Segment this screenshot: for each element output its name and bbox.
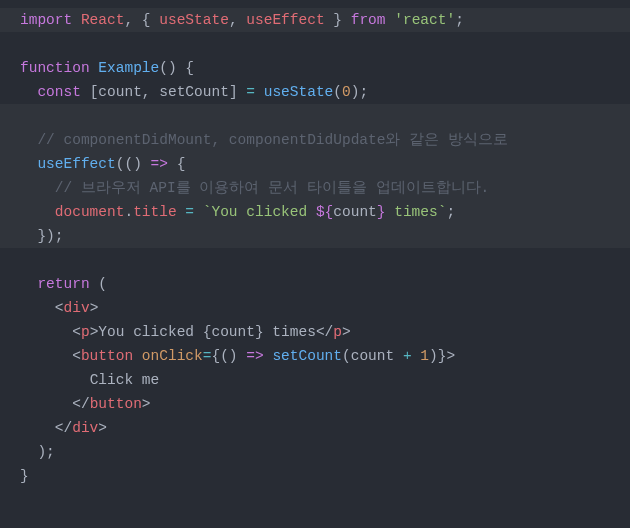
token-keyword: return (37, 276, 89, 292)
token-punct: } (333, 12, 342, 28)
token-arrow: => (246, 348, 263, 364)
token-punct: , (124, 12, 133, 28)
token-operator: = (185, 204, 194, 220)
token-jsx-tag: p (81, 324, 90, 340)
token-var: setCount (159, 84, 229, 100)
token-operator: = (246, 84, 255, 100)
token-var: count (333, 204, 377, 220)
token-punct: { (185, 60, 194, 76)
token-object: document (55, 204, 125, 220)
token-punct: { (177, 156, 186, 172)
token-function: Example (98, 60, 159, 76)
token-punct: . (124, 204, 133, 220)
token-punct: > (446, 348, 455, 364)
token-keyword: from (351, 12, 386, 28)
token-keyword: function (20, 60, 90, 76)
token-punct: }); (37, 228, 63, 244)
token-punct: < (72, 324, 81, 340)
token-punct: </ (72, 396, 89, 412)
token-comment: // componentDidMount, componentDidUpdate… (37, 132, 507, 148)
token-punct: ; (359, 84, 368, 100)
token-jsx-tag: button (81, 348, 133, 364)
token-keyword: import (20, 12, 72, 28)
token-punct: > (342, 324, 351, 340)
token-function: useState (264, 84, 334, 100)
token-string: You clicked (211, 204, 315, 220)
token-punct: () (220, 348, 237, 364)
token-number: 1 (420, 348, 429, 364)
token-operator: + (403, 348, 412, 364)
token-punct: </ (55, 420, 72, 436)
token-punct: > (98, 420, 107, 436)
token-jsx-attr: onClick (142, 348, 203, 364)
token-punct: () (159, 60, 176, 76)
token-jsx-tag: p (333, 324, 342, 340)
token-interp: } (377, 204, 386, 220)
token-function: useEffect (37, 156, 115, 172)
token-punct: ( (333, 84, 342, 100)
token-punct: () (124, 156, 141, 172)
token-punct: ) (429, 348, 438, 364)
token-number: 0 (342, 84, 351, 100)
token-comment: // 브라우저 API를 이용하여 문서 타이틀을 업데이트합니다. (55, 180, 489, 196)
token-punct: ] (229, 84, 238, 100)
token-punct: { (211, 348, 220, 364)
token-punct: , (142, 84, 151, 100)
token-punct: ); (37, 444, 54, 460)
code-line-highlight: import React, { useState, useEffect } fr… (0, 8, 630, 32)
token-text: times (264, 324, 316, 340)
token-punct: </ (316, 324, 333, 340)
token-punct: ; (455, 12, 464, 28)
token-string: 'react' (394, 12, 455, 28)
token-punct: < (72, 348, 81, 364)
token-module: React (81, 12, 125, 28)
token-var: count (351, 348, 395, 364)
token-punct: ( (342, 348, 351, 364)
token-var: count (98, 84, 142, 100)
token-punct: > (90, 300, 99, 316)
token-jsx-tag: button (90, 396, 142, 412)
token-punct: , (229, 12, 238, 28)
token-import: useEffect (246, 12, 324, 28)
token-text: You clicked (98, 324, 202, 340)
token-text: Click me (90, 372, 160, 388)
token-punct: > (142, 396, 151, 412)
token-punct: } (20, 468, 29, 484)
token-punct: } (255, 324, 264, 340)
token-function: setCount (272, 348, 342, 364)
token-keyword: const (37, 84, 81, 100)
token-punct: ( (98, 276, 107, 292)
token-punct: { (142, 12, 151, 28)
token-import: useState (159, 12, 229, 28)
code-line-highlight: // componentDidMount, componentDidUpdate… (0, 104, 630, 248)
token-jsx-tag: div (64, 300, 90, 316)
code-block: import React, { useState, useEffect } fr… (0, 8, 630, 488)
token-interp: ${ (316, 204, 333, 220)
token-string: times (386, 204, 438, 220)
token-arrow: => (151, 156, 168, 172)
token-property: title (133, 204, 177, 220)
token-punct: ; (446, 204, 455, 220)
token-punct: < (55, 300, 64, 316)
token-var: count (211, 324, 255, 340)
token-jsx-tag: div (72, 420, 98, 436)
